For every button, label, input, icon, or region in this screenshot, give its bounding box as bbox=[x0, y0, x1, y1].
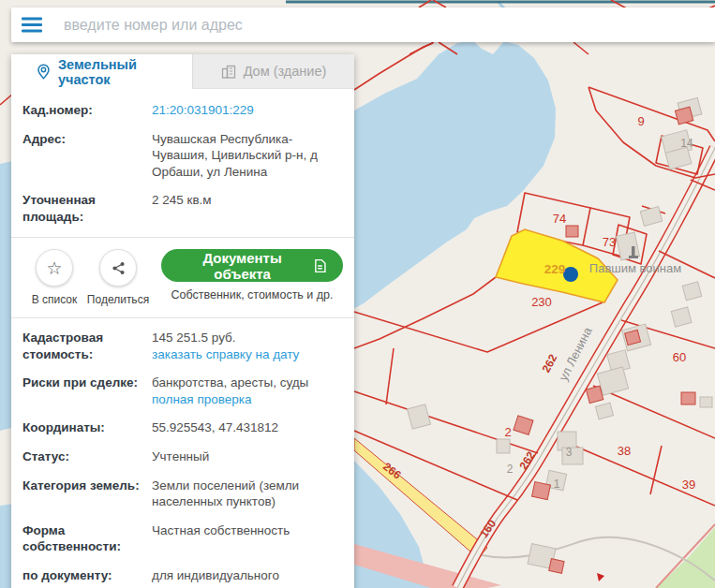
field-label: Риски при сделке: bbox=[22, 375, 152, 407]
full-check-link[interactable]: полная проверка bbox=[152, 392, 252, 406]
actions-row: ☆ В список Поделиться Документы объекта bbox=[22, 249, 343, 306]
by-document-value: для индивидуального жилищного строительс… bbox=[152, 567, 343, 588]
field-label: Координаты: bbox=[22, 419, 152, 436]
share-label: Поделиться bbox=[87, 293, 149, 306]
parcel-label-74: 74 bbox=[553, 212, 566, 226]
field-category: Категория земель: Земли поселений (земли… bbox=[22, 478, 343, 510]
building-label-1: 1 bbox=[554, 478, 560, 491]
field-label: по документу: bbox=[22, 567, 152, 588]
kad-number-link[interactable]: 21:20:031901:229 bbox=[152, 103, 254, 117]
memorial-label: Павшим воинам bbox=[589, 261, 681, 275]
field-label: Статус: bbox=[22, 448, 152, 465]
field-label: Кад.номер: bbox=[22, 102, 152, 119]
address-value: Чувашская Республика-Чувашия, Цивильский… bbox=[152, 131, 343, 181]
parcel-label-9: 9 bbox=[637, 114, 644, 128]
area-value: 2 245 кв.м bbox=[152, 192, 343, 225]
divider bbox=[11, 317, 354, 318]
building-label-3: 3 bbox=[566, 446, 573, 459]
divider bbox=[11, 237, 354, 238]
parcel-marker bbox=[563, 267, 578, 282]
field-label: Уточненная площадь: bbox=[22, 192, 152, 225]
ownership-value: Частная собственность bbox=[152, 522, 343, 555]
tab-land-parcel-label: Земельный участок bbox=[58, 57, 192, 87]
field-label: Категория земель: bbox=[22, 478, 152, 510]
parcel-label-230: 230 bbox=[531, 295, 552, 309]
field-label: Адрес: bbox=[22, 131, 152, 181]
field-coordinates: Координаты: 55.925543, 47.431812 bbox=[22, 419, 343, 436]
field-risks: Риски при сделке: банкротства, аресты, с… bbox=[22, 375, 343, 407]
add-to-list-button[interactable]: ☆ В список bbox=[22, 249, 86, 306]
field-area: Уточненная площадь: 2 245 кв.м bbox=[22, 192, 343, 225]
parcel-label-73: 73 bbox=[603, 235, 616, 249]
parcel-info-panel: Земельный участок Дом (здание) Кад.номер… bbox=[11, 54, 354, 588]
share-icon bbox=[112, 261, 126, 275]
panel-tabs: Земельный участок Дом (здание) bbox=[11, 54, 354, 89]
field-label: Кадастровая стоимость: bbox=[22, 330, 152, 362]
parcel-label-2: 2 bbox=[504, 425, 511, 439]
panel-body: Кад.номер: 21:20:031901:229 Адрес: Чуваш… bbox=[11, 89, 354, 588]
field-cost: Кадастровая стоимость: 145 251.5 руб. за… bbox=[22, 330, 343, 362]
parcel-label-38: 38 bbox=[618, 444, 631, 458]
field-label: Форма собственности: bbox=[22, 522, 152, 555]
field-by-document: по документу: для индивидуального жилищн… bbox=[22, 567, 343, 588]
add-to-list-label: В список bbox=[32, 293, 78, 306]
document-icon bbox=[314, 258, 326, 273]
menu-button[interactable] bbox=[11, 7, 52, 42]
cost-value: 145 251.5 руб. bbox=[152, 331, 236, 345]
hamburger-icon bbox=[22, 23, 42, 26]
share-button[interactable]: Поделиться bbox=[86, 249, 150, 306]
building-icon bbox=[221, 65, 236, 79]
status-value: Учтенный bbox=[152, 448, 343, 465]
coordinates-value: 55.925543, 47.431812 bbox=[152, 419, 343, 436]
tab-land-parcel[interactable]: Земельный участок bbox=[11, 54, 192, 89]
map-pin-icon bbox=[37, 64, 51, 80]
search-bar bbox=[11, 7, 715, 42]
parcel-label-39: 39 bbox=[682, 478, 695, 492]
building-label-14: 14 bbox=[680, 137, 693, 150]
object-documents-button[interactable]: Документы объекта bbox=[161, 249, 343, 282]
field-status: Статус: Учтенный bbox=[22, 448, 343, 465]
tab-building-label: Дом (здание) bbox=[244, 64, 327, 79]
object-documents-label: Документы объекта bbox=[178, 250, 306, 282]
tab-building[interactable]: Дом (здание) bbox=[192, 54, 354, 89]
documents-column: Документы объекта Собственник, стоимость… bbox=[161, 249, 343, 301]
field-address: Адрес: Чувашская Республика-Чувашия, Цив… bbox=[22, 131, 343, 181]
star-icon: ☆ bbox=[46, 259, 62, 277]
owner-note: Собственник, стоимость и др. bbox=[171, 288, 333, 301]
cost-report-link[interactable]: заказать справку на дату bbox=[152, 347, 299, 361]
field-kad-number: Кад.номер: 21:20:031901:229 bbox=[22, 102, 343, 119]
building-label-2: 2 bbox=[507, 463, 514, 476]
parcel-label-229: 229 bbox=[544, 262, 566, 276]
parcel-label-60: 60 bbox=[673, 350, 686, 364]
field-ownership: Форма собственности: Частная собственнос… bbox=[22, 522, 343, 555]
search-input[interactable] bbox=[52, 17, 715, 34]
category-value: Земли поселений (земли населенных пункто… bbox=[152, 478, 343, 510]
risks-value: банкротства, аресты, суды bbox=[152, 375, 308, 390]
